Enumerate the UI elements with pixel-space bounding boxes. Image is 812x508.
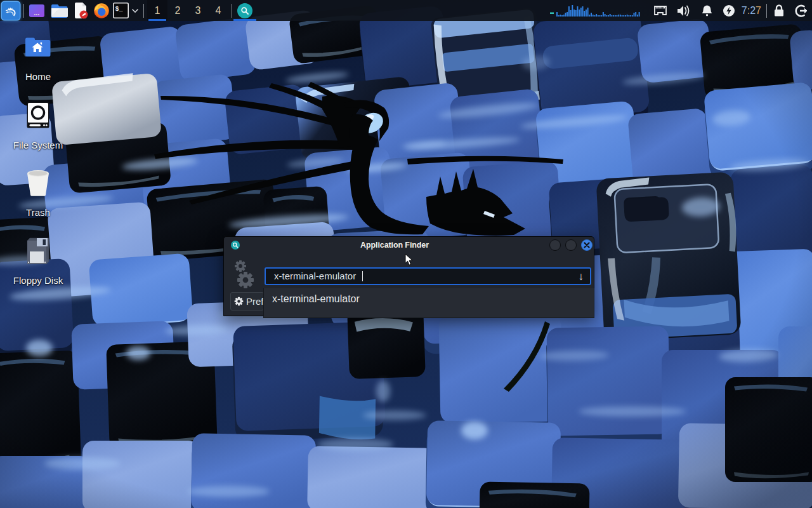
- svg-text:$_: $_: [115, 6, 123, 13]
